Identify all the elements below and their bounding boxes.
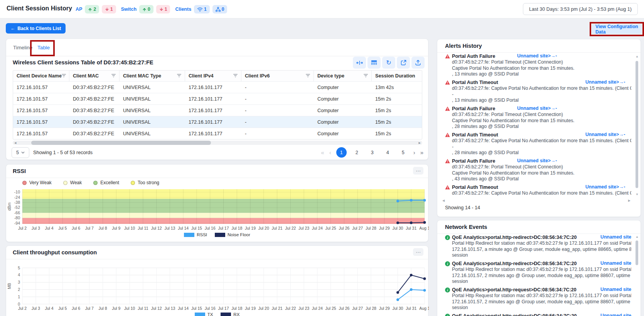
filter-button[interactable] <box>306 73 310 79</box>
table-row[interactable]: 172.16.101.57D0:37:45:B2:27:FEUNIVERSAL1… <box>13 128 422 139</box>
svg-text:Jul 21: Jul 21 <box>272 226 283 230</box>
legend-dot <box>63 181 67 185</box>
event-detail-line: 172.16.101.57, 2 minutes ago @ Group use… <box>452 273 631 279</box>
alert-site-link[interactable]: Unnamed site>→- <box>517 106 557 111</box>
throughput-chart-title: Client throughput consumption <box>13 249 97 255</box>
filter-icon[interactable] <box>111 74 116 77</box>
table-row[interactable]: 172.16.101.57D0:37:45:B2:27:FEUNIVERSAL1… <box>13 81 422 93</box>
page-button-4[interactable]: 4 <box>383 147 393 158</box>
svg-text:dBm: dBm <box>7 202 12 211</box>
series-legend-item[interactable]: Noise Floor <box>215 232 250 237</box>
series-legend-item[interactable]: TX <box>195 312 213 316</box>
back-to-clients-button[interactable]: ← Back to Clients List <box>6 23 66 34</box>
event-site-link[interactable]: Unnamed site <box>600 234 631 240</box>
arrow-up-icon <box>142 7 147 12</box>
table-row[interactable]: 172.16.101.57D0:37:45:B2:27:FEUNIVERSAL1… <box>13 104 422 116</box>
stat-value: 2 <box>93 7 96 12</box>
warning-icon <box>445 133 450 137</box>
table-row[interactable]: 172.16.101.57D0:37:45:B2:27:FEUNIVERSAL1… <box>13 116 422 128</box>
series-legend-item[interactable]: RX <box>221 312 239 316</box>
export-button[interactable] <box>411 57 425 69</box>
svg-text:4: 4 <box>18 272 20 277</box>
filter-icon[interactable] <box>306 74 310 77</box>
stat-pill-down: 1 <box>102 5 116 13</box>
next-page-button[interactable]: › <box>413 149 415 156</box>
stat-value: 1 <box>204 7 207 12</box>
warning-icon <box>445 185 450 190</box>
tab-timeline[interactable]: Timeline <box>13 45 32 50</box>
filter-button[interactable] <box>233 73 238 79</box>
legend-swatch <box>184 233 194 237</box>
horizontal-scrollbar[interactable]: ◀ ▶ <box>13 141 422 145</box>
horizontal-scroll-thumb[interactable] <box>31 141 211 145</box>
filter-button[interactable] <box>177 73 181 79</box>
page-button-5[interactable]: 5 <box>398 147 408 158</box>
events-scroll-thumb[interactable] <box>636 240 638 265</box>
table-row[interactable]: 172.16.101.57D0:37:45:B2:27:FEUNIVERSAL1… <box>13 93 422 104</box>
svg-text:Jul 26: Jul 26 <box>339 306 349 311</box>
alert-site-link[interactable]: Unnamed site>→- <box>585 132 625 137</box>
alert-detail-line: d0:37:45:b2:27:fe: Portal Timeout (Clien… <box>452 59 631 66</box>
svg-text:Jul 11: Jul 11 <box>138 226 148 230</box>
event-site-link[interactable]: Unnamed site <box>600 287 631 292</box>
warning-icon <box>445 80 450 85</box>
alerts-scroll-up-icon[interactable]: ▲ <box>636 55 639 58</box>
svg-text:Jul 7: Jul 7 <box>85 306 94 311</box>
alerts-history-title: Alerts History <box>445 43 482 49</box>
filter-icon[interactable] <box>364 74 368 77</box>
svg-text:Jul 16: Jul 16 <box>205 226 216 230</box>
open-external-button[interactable] <box>397 57 410 69</box>
column-settings-button[interactable] <box>368 57 381 69</box>
legend-swatch <box>215 233 225 237</box>
filter-button[interactable] <box>364 73 368 79</box>
alert-detail-line: , 28 minutes ago @ SSID Portal <box>452 124 631 130</box>
date-range-picker[interactable]: Last 30 Days: 3:53 pm (Jul 2) - 3:53 pm … <box>523 3 638 15</box>
events-scroll-up-icon[interactable]: ▲ <box>636 235 639 239</box>
page-size-select[interactable]: 5 <box>12 147 29 158</box>
svg-text:Jul 21: Jul 21 <box>272 306 283 311</box>
fit-columns-button[interactable] <box>353 57 366 69</box>
arrow-down-icon <box>159 7 164 12</box>
svg-text:Jul 3: Jul 3 <box>32 306 40 311</box>
alert-site-link[interactable]: Unnamed site>→- <box>517 158 557 163</box>
alert-item: Portal Auth FailureUnnamed site>→-d0:37:… <box>445 53 631 79</box>
alert-detail-line: d0:37:45:b2:27:fe: Portal Timeout (Clien… <box>452 164 631 170</box>
filter-button[interactable] <box>111 73 116 79</box>
legend-dot <box>131 181 135 185</box>
filter-icon[interactable] <box>177 74 181 77</box>
svg-text:Jul 24: Jul 24 <box>312 306 323 311</box>
alerts-scroll-down-icon[interactable]: ▼ <box>636 193 639 196</box>
first-page-button[interactable]: « <box>321 149 324 156</box>
alerts-page-right-icon[interactable]: ▶ <box>628 199 631 202</box>
page-button-3[interactable]: 3 <box>367 147 378 158</box>
alert-detail-line: , 28 minutes ago @ SSID Portal <box>452 150 631 156</box>
event-site-link[interactable]: Unnamed site <box>600 313 631 316</box>
alerts-page-left-icon[interactable]: ◀ <box>442 199 445 202</box>
alert-detail-line: Captive Portal No Authentication for mor… <box>452 118 631 124</box>
svg-text:Jul 15: Jul 15 <box>191 306 202 311</box>
alert-site-link[interactable]: Unnamed site>→- <box>517 53 557 59</box>
scroll-left-icon[interactable]: ◀ <box>14 141 16 145</box>
event-detail-line: session <box>452 252 631 259</box>
svg-text:Jul 14: Jul 14 <box>178 306 189 311</box>
filter-icon[interactable] <box>233 74 238 77</box>
alert-site-link[interactable]: Unnamed site>→- <box>585 184 625 190</box>
view-configuration-data-button[interactable]: View Configuration Data <box>592 24 642 34</box>
alert-site-link[interactable]: Unnamed site>→- <box>585 79 625 85</box>
series-legend-item[interactable]: RSSI <box>184 232 207 237</box>
event-site-link[interactable]: Unnamed site <box>600 261 631 266</box>
filter-button[interactable] <box>62 73 66 79</box>
scroll-right-icon[interactable]: ▶ <box>419 141 421 145</box>
column-header: Client IPv6 <box>241 71 314 81</box>
page-button-1[interactable]: 1 <box>336 147 347 158</box>
filter-icon[interactable] <box>62 74 66 77</box>
svg-text:-52: -52 <box>14 205 20 210</box>
refresh-button[interactable]: ↻ <box>382 57 395 69</box>
rssi-menu-button[interactable]: ⋯ <box>413 167 423 175</box>
rssi-band-legend: Very WeakWeakExcellentToo strong <box>22 180 159 185</box>
alerts-scroll-thumb[interactable] <box>636 61 638 188</box>
prev-page-button[interactable]: ‹ <box>329 149 331 156</box>
last-page-button[interactable]: » <box>420 149 423 156</box>
page-button-2[interactable]: 2 <box>352 147 362 158</box>
throughput-menu-button[interactable]: ⋯ <box>413 248 423 256</box>
